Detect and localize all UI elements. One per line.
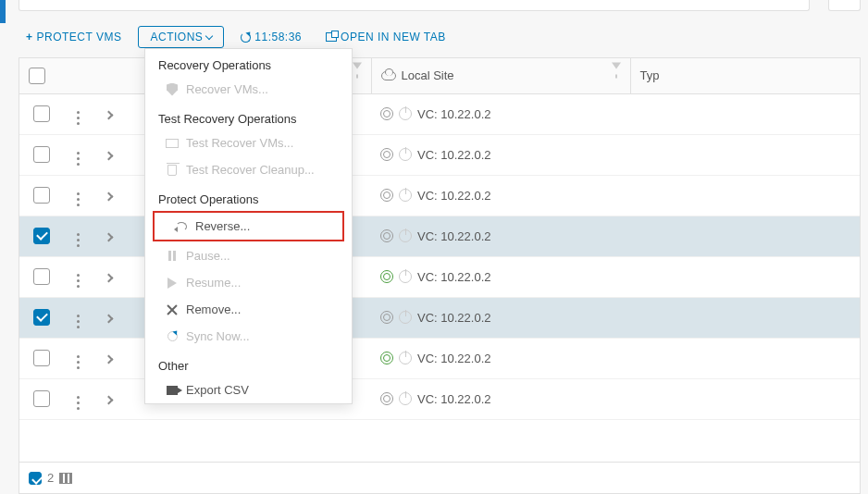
refresh-icon xyxy=(241,32,251,43)
trash-icon xyxy=(167,165,177,176)
column-picker-button[interactable] xyxy=(59,473,72,484)
menu-export-csv[interactable]: Export CSV xyxy=(145,377,352,403)
table-footer: 2 xyxy=(19,462,860,493)
header-select-all[interactable] xyxy=(19,58,64,93)
remove-icon xyxy=(167,304,178,315)
kebab-icon xyxy=(77,192,80,206)
screen-icon xyxy=(166,139,179,148)
menu-remove-label: Remove... xyxy=(186,303,241,316)
menu-section-recovery: Recovery Operations xyxy=(145,49,352,76)
row-menu-button[interactable] xyxy=(64,175,92,216)
chevron-right-icon xyxy=(104,314,113,323)
select-all-checkbox[interactable] xyxy=(29,68,45,84)
menu-resume[interactable]: Resume... xyxy=(145,269,352,296)
header-type[interactable]: Typ xyxy=(630,58,860,93)
target-icon xyxy=(380,352,393,364)
row-expand-button[interactable] xyxy=(92,93,125,134)
row-site-cell: VC: 10.22.0.2 xyxy=(380,189,621,203)
target-icon xyxy=(380,229,393,242)
undo-icon xyxy=(176,222,187,231)
chevron-down-icon xyxy=(205,32,213,40)
header-site[interactable]: Local Site xyxy=(371,58,630,93)
kebab-icon xyxy=(77,233,80,247)
target-icon xyxy=(380,189,393,202)
header-site-label: Local Site xyxy=(402,68,454,82)
newtab-label: OPEN IN NEW TAB xyxy=(341,31,446,43)
row-menu-button[interactable] xyxy=(64,134,92,175)
protect-label: PROTECT VMS xyxy=(37,31,122,43)
row-checkbox[interactable] xyxy=(33,105,50,122)
row-expand-button[interactable] xyxy=(92,134,125,175)
filter-icon[interactable] xyxy=(612,68,621,82)
power-icon xyxy=(399,311,412,324)
menu-section-other: Other xyxy=(145,350,352,377)
row-menu-button[interactable] xyxy=(64,216,92,256)
row-checkbox[interactable] xyxy=(33,228,50,244)
power-icon xyxy=(399,107,412,120)
row-checkbox[interactable] xyxy=(33,309,50,326)
row-type-cell xyxy=(630,93,860,134)
row-expand-button[interactable] xyxy=(92,297,125,338)
new-tab-icon xyxy=(326,32,337,42)
open-new-tab-button[interactable]: OPEN IN NEW TAB xyxy=(318,27,453,47)
row-checkbox[interactable] xyxy=(33,390,50,407)
chevron-right-icon xyxy=(104,110,113,119)
filter-icon[interactable] xyxy=(353,68,362,82)
row-type-cell xyxy=(630,216,860,256)
row-site-text: VC: 10.22.0.2 xyxy=(417,189,491,203)
selection-indicator-icon xyxy=(29,472,42,485)
menu-test-recover[interactable]: Test Recover VMs... xyxy=(145,130,352,156)
row-site-text: VC: 10.22.0.2 xyxy=(417,107,491,121)
row-site-text: VC: 10.22.0.2 xyxy=(417,148,491,162)
chevron-right-icon xyxy=(104,151,113,160)
selection-count: 2 xyxy=(47,471,54,485)
row-menu-button[interactable] xyxy=(64,93,92,134)
menu-sync[interactable]: Sync Now... xyxy=(145,323,352,350)
menu-test-recover-label: Test Recover VMs... xyxy=(186,136,293,150)
left-accent xyxy=(0,0,6,23)
menu-test-cleanup-label: Test Recover Cleanup... xyxy=(186,163,315,177)
menu-pause[interactable]: Pause... xyxy=(145,242,352,269)
actions-button[interactable]: ACTIONS xyxy=(138,26,224,48)
row-site-text: VC: 10.22.0.2 xyxy=(417,352,491,365)
refresh-button[interactable]: 11:58:36 xyxy=(233,27,309,47)
row-type-cell xyxy=(630,378,860,419)
chevron-right-icon xyxy=(104,354,113,364)
row-type-cell xyxy=(630,134,860,175)
row-expand-button[interactable] xyxy=(92,378,125,419)
row-menu-button[interactable] xyxy=(64,338,92,378)
row-menu-button[interactable] xyxy=(64,378,92,419)
play-icon xyxy=(167,278,177,289)
power-icon xyxy=(399,352,412,364)
menu-test-cleanup[interactable]: Test Recover Cleanup... xyxy=(145,156,352,183)
row-site-cell: VC: 10.22.0.2 xyxy=(380,107,621,121)
row-site-cell: VC: 10.22.0.2 xyxy=(380,311,621,325)
row-expand-button[interactable] xyxy=(92,256,125,297)
row-expand-button[interactable] xyxy=(92,175,125,216)
row-checkbox[interactable] xyxy=(33,268,50,285)
menu-recover-vms[interactable]: Recover VMs... xyxy=(145,76,352,103)
target-icon xyxy=(380,311,393,324)
target-icon xyxy=(380,148,393,161)
row-checkbox[interactable] xyxy=(33,350,50,366)
row-checkbox[interactable] xyxy=(33,187,50,204)
chevron-right-icon xyxy=(104,395,113,404)
row-expand-button[interactable] xyxy=(92,338,125,378)
target-icon xyxy=(380,392,393,405)
protect-vms-button[interactable]: + PROTECT VMS xyxy=(19,27,129,47)
row-expand-button[interactable] xyxy=(92,216,125,256)
actions-label: ACTIONS xyxy=(150,31,203,43)
menu-section-test: Test Recovery Operations xyxy=(145,103,352,130)
menu-remove[interactable]: Remove... xyxy=(145,296,352,323)
row-menu-button[interactable] xyxy=(64,256,92,297)
chevron-right-icon xyxy=(104,273,113,282)
target-icon xyxy=(380,270,393,283)
power-icon xyxy=(399,189,412,202)
row-menu-button[interactable] xyxy=(64,297,92,338)
menu-section-protect: Protect Operations xyxy=(145,183,352,210)
menu-reverse[interactable]: Reverse... xyxy=(153,211,344,241)
toolbar: + PROTECT VMS ACTIONS 11:58:36 OPEN IN N… xyxy=(19,23,849,51)
header-expand-col xyxy=(92,58,125,93)
row-checkbox[interactable] xyxy=(33,146,50,163)
row-site-text: VC: 10.22.0.2 xyxy=(417,311,491,325)
